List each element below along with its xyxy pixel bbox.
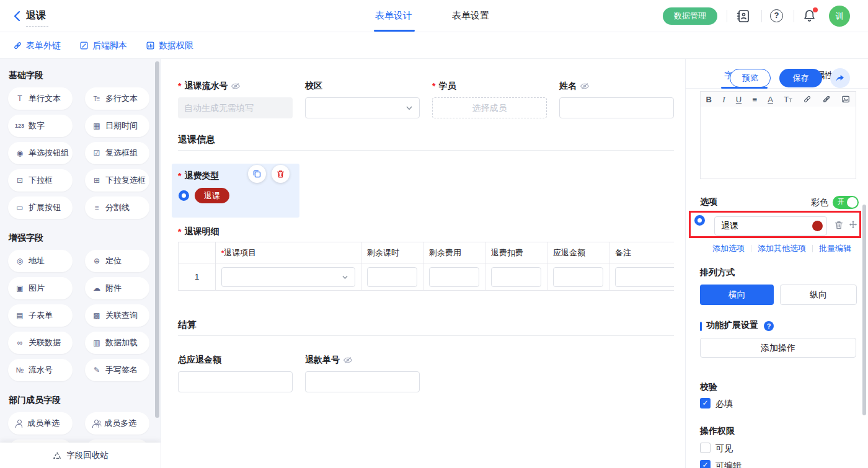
option-links: 添加选项 添加其他选项 批量编辑 (712, 243, 851, 254)
total-refund-input[interactable] (178, 371, 293, 392)
field-pill-image[interactable]: ▣图片 (8, 277, 73, 299)
rich-text-toolbar: B I U ≡ A TT (700, 91, 856, 107)
field-pill-member-multi[interactable]: 成员多选 (85, 412, 149, 435)
single-line-text-icon: T (15, 94, 24, 103)
option-color-swatch[interactable] (812, 221, 823, 231)
font-size-icon[interactable]: TT (784, 95, 792, 104)
refund-type-radio[interactable] (179, 190, 189, 201)
batch-edit-link[interactable]: 批量编辑 (819, 243, 851, 254)
field-pill-linked-query[interactable]: ▩关联查询 (85, 304, 149, 327)
editable-checkbox[interactable] (700, 460, 711, 468)
field-pill-geolocation[interactable]: ⊕定位 (85, 250, 149, 272)
add-other-option-link[interactable]: 添加其他选项 (758, 243, 806, 254)
field-recycle-bin[interactable]: 字段回收站 (0, 443, 161, 468)
name-input[interactable] (559, 97, 674, 118)
deduction-fee-input[interactable] (491, 267, 541, 287)
help-icon[interactable]: ? (770, 9, 783, 22)
avatar[interactable]: 训 (829, 6, 850, 27)
field-refund-order-no[interactable]: 退款单号 (305, 355, 420, 392)
field-pill-multi-line-text[interactable]: T≡多行文本 (85, 87, 149, 110)
delete-option-icon[interactable] (834, 220, 844, 230)
drag-move-icon[interactable] (848, 220, 858, 230)
save-button[interactable]: 保存 (779, 69, 822, 87)
backend-script-link[interactable]: 后端脚本 (79, 40, 127, 51)
field-refund-serial[interactable]: *退课流水号 (178, 81, 293, 118)
field-pill-subform[interactable]: ▤子表单 (8, 304, 73, 327)
field-pill-signature[interactable]: ✎手写签名 (85, 359, 149, 381)
delete-field-button[interactable] (272, 165, 290, 183)
underline-icon[interactable]: U (736, 95, 742, 104)
align-icon[interactable]: ≡ (752, 95, 757, 104)
refund-amount-input[interactable] (553, 267, 603, 287)
pen-icon: ✎ (92, 366, 101, 374)
refund-order-no-input[interactable] (305, 371, 420, 392)
refund-detail-subform: *退课项目 剩余课时 剩余费用 退费扣费 应退金额 备注 1 (178, 242, 674, 291)
copy-field-button[interactable] (248, 165, 266, 183)
form-external-link[interactable]: 表单外链 (13, 40, 61, 51)
back-icon[interactable] (11, 10, 24, 22)
property-panel: 字段属性 表单属性 B I U ≡ A TT 选项 彩色 开 添加选项 添加其他… (685, 59, 868, 468)
visible-checkbox[interactable] (700, 443, 711, 453)
refund-type-option-badge[interactable]: 退课 (195, 188, 229, 203)
field-pill-dropdown[interactable]: ⊡下拉框 (8, 169, 73, 192)
arrange-vertical-button[interactable]: 纵向 (780, 285, 857, 305)
insert-link-icon[interactable] (803, 95, 812, 104)
font-color-icon[interactable]: A (768, 95, 773, 104)
add-option-link[interactable]: 添加选项 (712, 243, 745, 254)
selected-field-refund-type[interactable]: *退费类型 退课 (172, 164, 299, 218)
field-pill-data-load[interactable]: ▥数据加载 (85, 332, 149, 354)
required-checkbox[interactable] (700, 398, 711, 408)
divider-icon: ≡ (92, 203, 101, 212)
field-label: 退课流水号 (184, 81, 228, 92)
tab-form-design[interactable]: 表单设计 (375, 10, 412, 22)
data-manage-button[interactable]: 数据管理 (663, 7, 717, 25)
tab-form-settings[interactable]: 表单设置 (452, 10, 489, 22)
remove-link-icon[interactable] (822, 95, 831, 104)
sidebar-scrollbar[interactable] (155, 61, 159, 418)
arrange-horizontal-button[interactable]: 横向 (700, 285, 774, 305)
field-pill-single-line-text[interactable]: T单行文本 (8, 87, 73, 110)
field-pill-divider[interactable]: ≡分割线 (85, 196, 149, 219)
field-pill-linked-data[interactable]: ∞关联数据 (8, 332, 73, 354)
field-pill-member-single[interactable]: 成员单选 (8, 412, 73, 435)
remaining-fee-input[interactable] (429, 267, 479, 287)
panel-scrollbar[interactable] (862, 205, 866, 415)
bold-icon[interactable]: B (706, 95, 712, 104)
preview-button[interactable]: 预览 (730, 69, 771, 87)
data-permission-link[interactable]: 数据权限 (146, 40, 193, 51)
refund-serial-input[interactable] (178, 97, 293, 118)
section-title-enhanced-fields: 增强字段 (9, 232, 152, 244)
remark-input[interactable] (615, 267, 674, 287)
field-name[interactable]: 姓名 (559, 81, 674, 118)
field-campus[interactable]: 校区 (305, 81, 420, 118)
campus-select[interactable] (305, 97, 420, 118)
option-value-input[interactable] (714, 216, 827, 236)
share-button[interactable] (830, 68, 850, 88)
add-action-button[interactable]: 添加操作 (700, 338, 856, 358)
cloud-upload-icon: ☁ (92, 284, 101, 293)
italic-icon[interactable]: I (722, 95, 725, 104)
option-radio[interactable] (694, 215, 705, 226)
field-total-refund[interactable]: 总应退金额 (178, 355, 293, 392)
field-pill-radio-group[interactable]: ◉单选按钮组 (8, 142, 73, 164)
field-pill-extend-button[interactable]: ▭扩展按钮 (8, 196, 73, 219)
refund-item-select[interactable] (221, 267, 355, 287)
contacts-book-icon[interactable] (735, 9, 750, 24)
field-pill-number[interactable]: 123数字 (8, 115, 73, 137)
checkbox-icon: ☑ (92, 149, 101, 157)
extension-help-icon[interactable]: ? (764, 321, 774, 331)
color-toggle[interactable]: 开 (833, 196, 859, 209)
student-member-picker[interactable] (432, 97, 547, 118)
field-label: 学员 (438, 81, 456, 92)
field-pill-datetime[interactable]: ▦日期时间 (85, 115, 149, 137)
field-description-editor[interactable] (700, 107, 856, 179)
field-pill-multi-dropdown[interactable]: ⊞下拉复选框 (85, 169, 149, 192)
insert-image-icon[interactable] (841, 95, 850, 104)
field-pill-address[interactable]: ◎地址 (8, 250, 73, 272)
field-pill-attachment[interactable]: ☁附件 (85, 277, 149, 299)
field-pill-serial-number[interactable]: №流水号 (8, 359, 73, 381)
field-pill-checkbox-group[interactable]: ☑复选框组 (85, 142, 149, 164)
section-divider (178, 335, 674, 336)
field-student[interactable]: *学员 (432, 81, 547, 118)
remaining-hours-input[interactable] (367, 267, 417, 287)
